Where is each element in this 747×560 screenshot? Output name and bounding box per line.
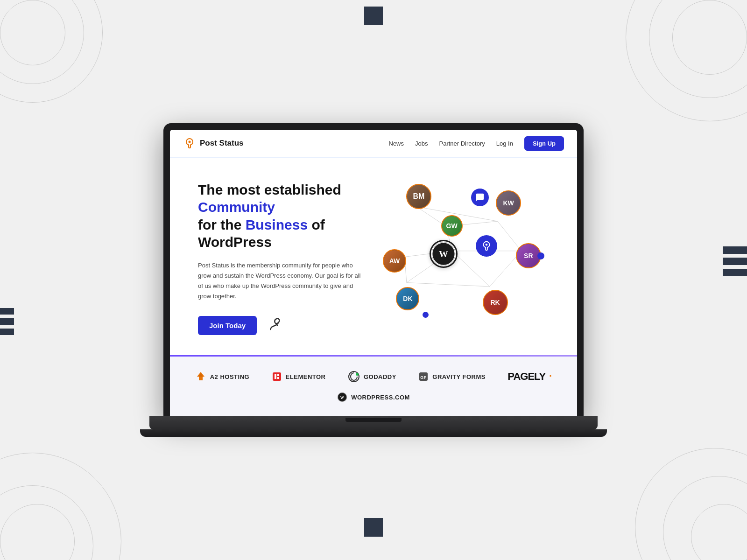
chat-node: [471, 189, 489, 206]
partner-pagely: Pagely ·: [507, 371, 552, 383]
laptop-mockup: Post Status News Jobs Partner Directory …: [163, 123, 584, 437]
hero-section: The most established Community for the B…: [170, 158, 577, 355]
laptop-screen: Post Status News Jobs Partner Directory …: [170, 130, 577, 416]
network-visualization: BM GW KW AW: [383, 181, 549, 336]
nav-jobs-link[interactable]: Jobs: [415, 140, 428, 147]
gravityforms-label: GRAVITY FORMS: [432, 373, 486, 380]
decorative-rect-bottom: [364, 518, 383, 537]
avatar-node-1: BM: [406, 184, 431, 209]
gravityforms-icon: GF: [418, 371, 429, 382]
logo-icon: [183, 137, 196, 150]
partner-elementor: elementor: [272, 371, 326, 382]
svg-text:W: W: [340, 396, 345, 400]
wordpresscom-label: WordPress.com: [351, 394, 410, 401]
hero-cta-row: Join Today: [198, 315, 364, 336]
svg-line-12: [407, 282, 490, 286]
svg-point-0: [189, 141, 191, 143]
hero-description: Post Status is the membership community …: [198, 260, 364, 301]
logo: Post Status: [183, 137, 244, 150]
svg-rect-17: [273, 372, 281, 381]
hero-title-part1: The most established: [198, 182, 341, 197]
nav-links: News Jobs Partner Directory Log In Sign …: [389, 136, 564, 151]
decorative-rects-left: [0, 308, 14, 335]
hero-title-business: Business: [246, 217, 308, 232]
avatar-node-7: RK: [483, 290, 508, 315]
svg-rect-19: [277, 374, 279, 376]
partner-a2hosting: A2 Hosting: [195, 371, 249, 382]
scribble-decoration: [264, 313, 287, 338]
laptop-base: [149, 416, 598, 429]
logo-text: Post Status: [200, 139, 244, 148]
nav-signup-button[interactable]: Sign Up: [524, 136, 564, 151]
hero-title-community: Community: [198, 199, 275, 215]
nav-news-link[interactable]: News: [389, 140, 404, 147]
partners-section: A2 Hosting elementor: [170, 357, 577, 416]
partner-godaddy: GoDaddy: [348, 371, 396, 383]
wordpresscom-icon: W: [337, 392, 347, 402]
nav-login-link[interactable]: Log In: [496, 140, 513, 147]
avatar-node-6: DK: [396, 287, 419, 310]
godaddy-icon: [348, 371, 360, 383]
laptop-screen-outer: Post Status News Jobs Partner Directory …: [163, 123, 584, 416]
a2hosting-icon: [195, 371, 206, 382]
svg-text:W: W: [439, 249, 448, 259]
svg-rect-20: [277, 377, 279, 379]
elementor-icon: [272, 371, 282, 382]
hero-left: The most established Community for the B…: [198, 181, 383, 336]
pagely-text: Pagely: [507, 371, 545, 383]
decorative-rects-right: [723, 246, 747, 276]
join-today-button[interactable]: Join Today: [198, 316, 257, 335]
laptop-hinge: [345, 418, 402, 422]
svg-text:GF: GF: [421, 375, 427, 380]
pagely-dot: ·: [549, 371, 552, 381]
partner-wordpresscom: W WordPress.com: [337, 392, 410, 402]
partner-gravityforms: GF GRAVITY FORMS: [418, 371, 486, 382]
avatar-node-3: KW: [496, 190, 521, 216]
avatar-node-2: GW: [441, 215, 463, 237]
elementor-label: elementor: [286, 373, 326, 380]
svg-point-22: [356, 373, 359, 376]
navigation: Post Status News Jobs Partner Directory …: [170, 130, 577, 158]
wordpress-node: W: [430, 240, 458, 268]
hero-title: The most established Community for the B…: [198, 181, 364, 251]
a2hosting-label: A2 Hosting: [210, 373, 249, 380]
laptop-bottom: [140, 429, 607, 437]
hero-title-part2: for the: [198, 217, 246, 232]
svg-point-16: [486, 244, 488, 246]
svg-rect-18: [275, 374, 276, 379]
svg-line-5: [498, 221, 521, 251]
nav-partner-directory-link[interactable]: Partner Directory: [439, 140, 485, 147]
godaddy-label: GoDaddy: [364, 373, 396, 380]
decorative-rect-top: [364, 7, 383, 25]
